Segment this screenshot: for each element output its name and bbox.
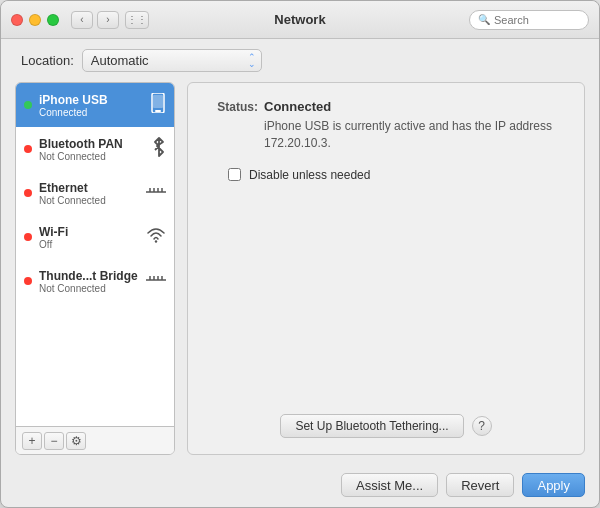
network-status-wifi: Off [39,239,142,250]
network-name-bluetooth: Bluetooth PAN [39,137,148,151]
network-status-iphone-usb: Connected [39,107,146,118]
status-value: Connected [264,99,331,114]
network-item-thunderbolt[interactable]: Thunde...t Bridge Not Connected [16,259,174,303]
network-item-wifi[interactable]: Wi-Fi Off [16,215,174,259]
left-panel: iPhone USB Connected B [15,82,175,455]
setup-bluetooth-button[interactable]: Set Up Bluetooth Tethering... [280,414,463,438]
search-input[interactable] [494,14,584,26]
disable-label: Disable unless needed [249,168,370,182]
status-description: iPhone USB is currently active and has t… [264,118,564,152]
network-name-iphone-usb: iPhone USB [39,93,146,107]
bluetooth-setup-row: Set Up Bluetooth Tethering... ? [208,414,564,438]
network-info-wifi: Wi-Fi Off [39,225,142,250]
network-item-iphone-usb[interactable]: iPhone USB Connected [16,83,174,127]
svg-point-8 [155,240,157,242]
grid-button[interactable]: ⋮⋮ [125,11,149,29]
traffic-lights [11,14,59,26]
nav-buttons: ‹ › [71,11,119,29]
network-name-ethernet: Ethernet [39,181,142,195]
search-icon: 🔍 [478,14,490,25]
network-info-iphone-usb: iPhone USB Connected [39,93,146,118]
status-dot-green [24,101,32,109]
network-status-ethernet: Not Connected [39,195,142,206]
titlebar: ‹ › ⋮⋮ Network 🔍 [1,1,599,39]
ethernet-icon [146,184,166,202]
svg-rect-2 [153,95,163,108]
network-list: iPhone USB Connected B [16,83,174,426]
status-row: Status: Connected [208,99,564,114]
search-bar[interactable]: 🔍 [469,10,589,30]
location-select-wrap: Automatic [82,49,262,72]
disable-checkbox-row: Disable unless needed [228,168,564,182]
close-button[interactable] [11,14,23,26]
right-panel: Status: Connected iPhone USB is currentl… [187,82,585,455]
status-dot-red-thunder [24,277,32,285]
forward-button[interactable]: › [97,11,119,29]
location-bar: Location: Automatic [1,39,599,82]
assist-me-button[interactable]: Assist Me... [341,473,438,497]
revert-button[interactable]: Revert [446,473,514,497]
bottom-bar: Assist Me... Revert Apply [1,465,599,507]
network-name-thunderbolt: Thunde...t Bridge [39,269,142,283]
main-content: iPhone USB Connected B [1,82,599,465]
network-status-bluetooth: Not Connected [39,151,148,162]
network-window: ‹ › ⋮⋮ Network 🔍 Location: Automatic [0,0,600,508]
network-info-bluetooth: Bluetooth PAN Not Connected [39,137,148,162]
maximize-button[interactable] [47,14,59,26]
status-key: Status: [208,100,258,114]
gear-button[interactable]: ⚙ [66,432,86,450]
wifi-icon [146,227,166,247]
add-network-button[interactable]: + [22,432,42,450]
location-select[interactable]: Automatic [82,49,262,72]
window-title: Network [274,12,325,27]
status-section: Status: Connected iPhone USB is currentl… [208,99,564,152]
bluetooth-icon [152,137,166,161]
network-name-wifi: Wi-Fi [39,225,142,239]
phone-icon [150,93,166,117]
apply-button[interactable]: Apply [522,473,585,497]
disable-checkbox[interactable] [228,168,241,181]
svg-rect-1 [155,110,161,112]
network-status-thunderbolt: Not Connected [39,283,142,294]
network-item-bluetooth[interactable]: Bluetooth PAN Not Connected [16,127,174,171]
network-info-thunderbolt: Thunde...t Bridge Not Connected [39,269,142,294]
help-button[interactable]: ? [472,416,492,436]
location-label: Location: [21,53,74,68]
thunderbolt-icon [146,272,166,290]
network-info-ethernet: Ethernet Not Connected [39,181,142,206]
back-button[interactable]: ‹ [71,11,93,29]
status-dot-red-eth [24,189,32,197]
left-toolbar: + − ⚙ [16,426,174,454]
remove-network-button[interactable]: − [44,432,64,450]
status-dot-red-bt [24,145,32,153]
minimize-button[interactable] [29,14,41,26]
network-item-ethernet[interactable]: Ethernet Not Connected [16,171,174,215]
status-dot-red-wifi [24,233,32,241]
